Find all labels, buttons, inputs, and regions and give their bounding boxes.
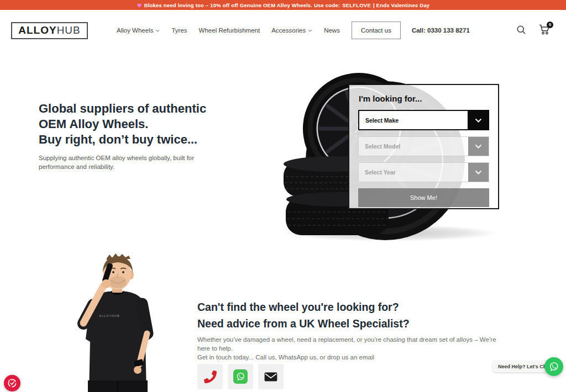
promo-text-after: | Ends Valentines Day [373,2,429,8]
contact-body-line-2: Get in touch today... Call us, WhatsApp … [197,353,507,362]
contact-channels [197,364,284,389]
whatsapp-icon [548,361,559,372]
select-model-label: Select Model [359,137,468,156]
email-tile[interactable] [258,364,284,389]
chevron-down-icon [475,118,482,123]
nav-accessories[interactable]: Accessories [271,27,312,34]
hero-heading-line-2: OEM Alloy Wheels. [39,116,276,132]
call-us-tile[interactable] [197,364,223,389]
nav-news[interactable]: News [324,27,340,34]
hero-heading: Global suppliers of authentic OEM Alloy … [39,101,276,147]
select-year-chevron [468,163,489,182]
logo-part-1: ALLOY [18,24,56,36]
contact-heading-line-2: Need advice from a UK Wheel Specialist? [197,315,463,332]
logo-part-2: HUB [57,24,81,36]
select-make[interactable]: Select Make [358,110,489,130]
phone-number[interactable]: Call: 0330 133 8271 [412,27,470,34]
timer-check-icon [7,378,17,388]
chevron-down-icon [475,170,482,174]
select-make-label: Select Make [359,111,469,129]
finder-title: I'm looking for... [359,94,489,103]
nav-label: Accessories [271,27,306,34]
whatsapp-tile[interactable] [228,364,253,389]
show-me-button[interactable]: Show Me! [358,188,489,207]
hero-subtext: Supplying authentic OEM alloy wheels glo… [39,154,221,171]
site-header: ALLOYHUB Alloy Wheels Tyres Wheel Refurb… [0,10,566,51]
specialist-photo: ALLOYHUB [54,252,171,392]
nav-wheel-refurbishment[interactable]: Wheel Refurbishment [199,27,260,34]
contact-body-line-1: Whether you’ve damaged a wheel, need a r… [197,335,507,353]
chevron-down-icon [308,29,312,32]
search-button[interactable] [516,24,527,37]
whatsapp-icon [233,369,248,384]
email-icon [264,372,277,382]
hero-subtext-line-2: performance and reliability. [39,163,221,172]
search-icon [517,25,526,34]
select-model[interactable]: Select Model [358,136,489,156]
contact-heading-line-1: Can't find the wheel you're looking for? [197,299,463,315]
phone-icon [204,370,217,383]
reviews-widget-button[interactable] [4,375,20,391]
select-year-label: Select Year [359,163,468,182]
promo-text: Blokes need loving too – 10% off off Gen… [144,2,340,8]
whatsapp-chat-button[interactable] [544,357,563,376]
contact-body: Whether you’ve damaged a wheel, need a r… [197,335,507,362]
promo-code: SELFLOVE [342,2,371,8]
select-year[interactable]: Select Year [358,162,489,182]
promo-banner: Blokes need loving too – 10% off off Gen… [0,0,566,10]
logo[interactable]: ALLOYHUB [11,22,88,39]
shirt-logo-text: ALLOYHUB [99,314,119,317]
contact-heading: Can't find the wheel you're looking for?… [197,299,463,332]
nav-label: Wheel Refurbishment [199,27,260,34]
select-model-chevron [468,137,489,156]
main-nav: Alloy Wheels Tyres Wheel Refurbishment A… [117,27,340,34]
hero-subtext-line-1: Supplying authentic OEM alloy wheels glo… [39,154,221,163]
wheel-finder-panel: I'm looking for... Select Make Select Mo… [348,84,499,209]
hero-heading-line-3: Buy right, don’t buy twice... [39,132,276,147]
heart-icon [137,3,142,8]
cart-count-badge: 0 [547,22,553,28]
nav-label: Tyres [171,27,187,34]
cart-button[interactable]: 0 [539,24,551,37]
nav-tyres[interactable]: Tyres [171,27,187,34]
contact-us-button[interactable]: Contact us [352,22,401,39]
hero-heading-line-1: Global suppliers of authentic [39,101,276,116]
nav-label: News [324,27,340,34]
chevron-down-icon [155,29,160,32]
nav-label: Alloy Wheels [117,27,153,34]
select-make-chevron [468,110,489,130]
chevron-down-icon [475,144,482,149]
nav-alloy-wheels[interactable]: Alloy Wheels [117,27,160,34]
